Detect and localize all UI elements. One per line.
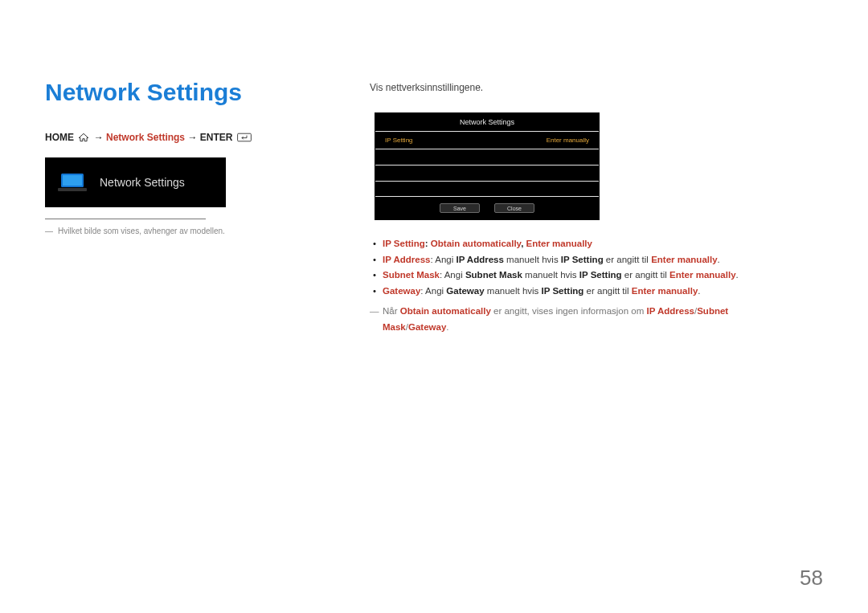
b3-dot: . (736, 270, 739, 280)
note-dash: ― (370, 304, 381, 320)
note-k2: IP Address (647, 306, 694, 316)
panel-title: Network Settings (375, 113, 599, 131)
b3-t1: Angi (444, 270, 465, 280)
b3-k1: Subnet Mask (465, 270, 522, 280)
note: ― Når Obtain automatically er angitt, vi… (370, 304, 796, 335)
breadcrumb-arrow-2: → (187, 132, 197, 143)
b3-label: Subnet Mask (383, 270, 440, 280)
footnote-dash: ― (45, 227, 55, 235)
breadcrumb-network-settings: Network Settings (106, 132, 185, 143)
bullet-ip-setting: IP Setting: Obtain automatically, Enter … (370, 236, 796, 252)
panel-row-blank-1 (375, 149, 599, 165)
note-t1: Når (383, 306, 400, 316)
panel-row-label: IP Setting (385, 137, 413, 144)
b4-t3: er angitt til (583, 286, 631, 296)
bullet-ip-address: IP Address: Angi IP Address manuelt hvis… (370, 252, 796, 268)
close-button[interactable]: Close (494, 203, 534, 213)
page-number: 58 (800, 566, 823, 591)
b4-label: Gateway (383, 286, 420, 296)
divider (45, 219, 206, 219)
panel-row-blank-3 (375, 181, 599, 197)
b4-t2: manuelt hvis (485, 286, 542, 296)
b2-k1: IP Address (456, 255, 503, 264)
breadcrumb-enter: ENTER (200, 132, 233, 143)
b2-k2: IP Setting (561, 255, 604, 264)
b3-t2: manuelt hvis (522, 270, 579, 280)
footnote-text: Hvilket bilde som vises, avhenger av mod… (58, 227, 225, 235)
settings-panel: Network Settings IP Setting Enter manual… (375, 112, 600, 220)
save-button[interactable]: Save (440, 203, 480, 213)
b4-k3: Enter manually (632, 286, 698, 296)
note-k1: Obtain automatically (400, 306, 491, 316)
footnote: ―Hvilket bilde som vises, avhenger av mo… (45, 226, 310, 237)
bullet-gateway: Gateway: Angi Gateway manuelt hvis IP Se… (370, 284, 796, 300)
b2-k3: Enter manually (651, 255, 717, 264)
b2-t1: Angi (435, 255, 456, 264)
breadcrumb-home: HOME (45, 132, 74, 143)
left-column: Network Settings HOME → Network Settings… (45, 79, 310, 237)
b1-sep: : (425, 239, 431, 248)
b2-dot: . (718, 255, 720, 264)
b3-k2: IP Setting (579, 270, 622, 280)
panel-row-ip-setting: IP Setting Enter manually (375, 131, 599, 149)
b4-k1: Gateway (446, 286, 484, 296)
b2-t3: er angitt til (604, 255, 651, 264)
breadcrumb-arrow-1: → (94, 132, 104, 143)
b4-t1: Angi (425, 286, 446, 296)
note-dot: . (446, 322, 448, 332)
b1-v2: Enter manually (526, 239, 592, 248)
b4-dot: . (698, 286, 700, 296)
b3-k3: Enter manually (669, 270, 735, 280)
b2-t2: manuelt hvis (504, 255, 561, 264)
b1-label: IP Setting (383, 239, 425, 248)
b3-t3: er angitt til (622, 270, 669, 280)
right-column: Vis nettverksinnstillingene. Network Set… (370, 82, 796, 335)
note-k4: Gateway (408, 322, 446, 332)
panel-row-value: Enter manually (547, 137, 589, 144)
svg-rect-3 (58, 188, 87, 191)
breadcrumb: HOME → Network Settings → ENTER (45, 132, 310, 145)
menu-tile: Network Settings (45, 157, 226, 207)
intro-text: Vis nettverksinnstillingene. (370, 82, 796, 93)
enter-icon (237, 133, 252, 145)
panel-row-blank-2 (375, 165, 599, 181)
b2-label: IP Address (383, 255, 430, 264)
manual-page: Network Settings HOME → Network Settings… (0, 0, 868, 613)
svg-rect-0 (237, 133, 251, 141)
bullet-list: IP Setting: Obtain automatically, Enter … (370, 236, 796, 299)
note-t2: er angitt, vises ingen informasjon om (491, 306, 647, 316)
b4-k2: IP Setting (542, 286, 584, 296)
svg-rect-2 (63, 175, 82, 186)
panel-buttons: Save Close (375, 197, 599, 213)
page-title: Network Settings (45, 79, 310, 106)
b1-v1: Obtain automatically (431, 239, 521, 248)
menu-tile-label: Network Settings (100, 176, 185, 189)
laptop-icon (56, 172, 88, 193)
home-icon (78, 133, 89, 145)
bullet-subnet-mask: Subnet Mask: Angi Subnet Mask manuelt hv… (370, 268, 796, 284)
